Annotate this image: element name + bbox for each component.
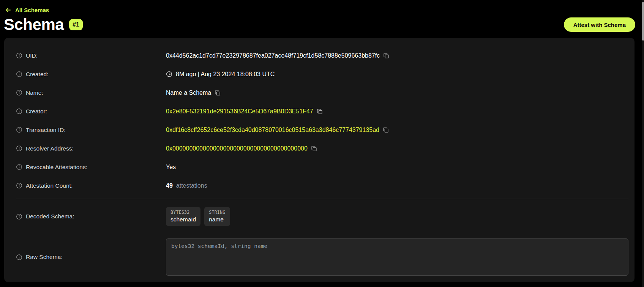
copy-icon[interactable] (311, 146, 317, 152)
uid-row: UID: 0x44d562ac1d7cd77e232978687fea027ac… (10, 46, 628, 65)
created-value: 8M ago | Aug 23 2024 18:08:03 UTC (176, 71, 275, 78)
attestation-count-value: 49 (166, 182, 173, 189)
info-icon[interactable] (16, 145, 22, 152)
creator-row: Creator: 0x2e80F532191de291536B24Ce5D67a… (10, 102, 628, 121)
page-title: Schema (4, 16, 64, 34)
info-icon[interactable] (16, 213, 22, 220)
copy-icon[interactable] (317, 108, 323, 114)
created-label: Created: (26, 71, 48, 78)
schema-id-badge: #1 (69, 19, 83, 30)
resolver-address-row: Resolver Address: 0x00000000000000000000… (10, 139, 628, 158)
creator-label: Creator: (26, 108, 47, 115)
copy-icon[interactable] (383, 53, 389, 59)
clock-icon (166, 71, 172, 77)
attestation-count-label: Attestation Count: (26, 182, 73, 189)
copy-icon[interactable] (383, 127, 389, 133)
resolver-address-label: Resolver Address: (26, 145, 74, 152)
section-divider (16, 199, 628, 199)
page-header: Schema #1 Attest with Schema (0, 15, 644, 34)
creator-address-link[interactable]: 0x2e80F532191de291536B24Ce5D67a9B0D3E51F… (166, 108, 313, 115)
back-link-label: All Schemas (15, 7, 49, 13)
info-icon[interactable] (16, 182, 22, 189)
decoded-schema-row: Decoded Schema: BYTES32 schemaId STRING … (10, 203, 628, 230)
info-icon[interactable] (16, 164, 22, 170)
raw-schema-textarea[interactable]: bytes32 schemaId, string name (166, 238, 628, 276)
schema-field-chip: STRING name (204, 207, 230, 226)
uid-label: UID: (26, 52, 38, 59)
raw-schema-label: Raw Schema: (26, 254, 62, 260)
info-icon[interactable] (16, 71, 22, 77)
info-icon[interactable] (16, 127, 22, 133)
field-name: schemaId (170, 216, 196, 223)
attestation-count-row: Attestation Count: 49 attestations (10, 176, 628, 195)
arrow-left-icon (5, 7, 11, 13)
transaction-id-row: Transaction ID: 0xdf16c8cff2652c6ce52f3c… (10, 121, 628, 139)
decoded-schema-label: Decoded Schema: (26, 213, 74, 220)
schema-detail-card: UID: 0x44d562ac1d7cd77e232978687fea027ac… (4, 38, 635, 282)
name-row: Name: Name a Schema (10, 83, 628, 102)
created-row: Created: 8M ago | Aug 23 2024 18:08:03 U… (10, 65, 628, 83)
info-icon[interactable] (16, 89, 22, 96)
info-icon[interactable] (16, 52, 22, 59)
name-value: Name a Schema (166, 89, 211, 96)
resolver-address-link[interactable]: 0x00000000000000000000000000000000000000… (166, 145, 308, 152)
copy-icon[interactable] (215, 90, 221, 96)
raw-schema-row: Raw Schema: bytes32 schemaId, string nam… (10, 238, 628, 276)
transaction-id-link[interactable]: 0xdf16c8cff2652c6ce52f3cda40d0878070016c… (166, 127, 379, 133)
revocable-attestations-label: Revocable Attestations: (26, 164, 87, 171)
scrollbar-thumb[interactable] (642, 2, 644, 41)
back-to-all-schemas-link[interactable]: All Schemas (5, 7, 49, 13)
uid-value: 0x44d562ac1d7cd77e232978687fea027ace48f7… (166, 52, 380, 59)
schema-field-chip: BYTES32 schemaId (166, 207, 200, 226)
field-name: name (209, 216, 225, 223)
name-label: Name: (26, 89, 43, 96)
info-icon[interactable] (16, 108, 22, 114)
info-icon[interactable] (16, 254, 22, 260)
transaction-id-label: Transaction ID: (26, 127, 66, 133)
revocable-attestations-row: Revocable Attestations: Yes (10, 158, 628, 176)
field-type: STRING (209, 210, 225, 215)
field-type: BYTES32 (170, 210, 196, 215)
revocable-attestations-value: Yes (166, 164, 176, 171)
attest-with-schema-button[interactable]: Attest with Schema (564, 17, 635, 32)
attestations-link[interactable]: attestations (176, 182, 207, 189)
scrollbar-track[interactable] (642, 0, 644, 287)
